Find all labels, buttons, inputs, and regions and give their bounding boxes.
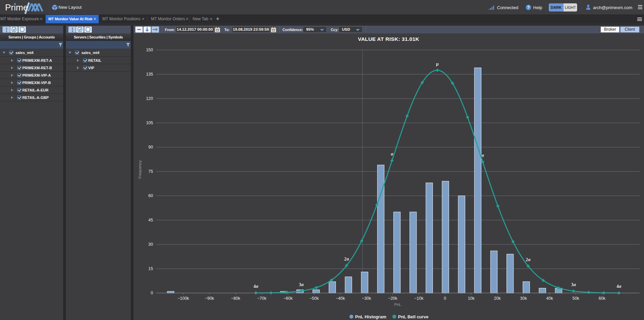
svg-text:0: 0: [151, 291, 153, 295]
svg-text:75: 75: [148, 169, 153, 174]
svg-text:−40k: −40k: [336, 296, 345, 301]
svg-text:µ: µ: [436, 61, 439, 66]
svg-text:105: 105: [146, 121, 153, 125]
svg-text:135: 135: [146, 72, 153, 77]
svg-text:Frequency: Frequency: [138, 160, 142, 179]
svg-text:3σ: 3σ: [299, 282, 304, 287]
svg-text:50k: 50k: [572, 296, 579, 301]
svg-text:VALUE AT RISK: 31.01K: VALUE AT RISK: 31.01K: [358, 36, 419, 42]
svg-text:−10k: −10k: [414, 296, 424, 301]
svg-text:15: 15: [148, 266, 153, 271]
svg-text:2σ: 2σ: [344, 257, 349, 262]
svg-text:60k: 60k: [599, 296, 606, 301]
svg-text:PnL Histogram: PnL Histogram: [355, 314, 386, 319]
svg-text:−90k: −90k: [205, 296, 214, 301]
svg-text:3σ: 3σ: [571, 282, 576, 287]
svg-text:30: 30: [148, 242, 153, 247]
svg-text:2σ: 2σ: [526, 257, 531, 262]
svg-text:0: 0: [444, 296, 446, 301]
svg-text:4σ: 4σ: [616, 284, 621, 289]
svg-text:σ: σ: [481, 153, 484, 158]
svg-text:20k: 20k: [494, 296, 501, 301]
svg-text:−50k: −50k: [309, 296, 319, 301]
svg-text:40k: 40k: [546, 296, 553, 301]
svg-text:−30k: −30k: [362, 296, 371, 301]
svg-text:−70k: −70k: [257, 296, 267, 301]
svg-text:45: 45: [148, 218, 153, 222]
svg-text:4σ: 4σ: [253, 284, 258, 289]
svg-text:−100k: −100k: [177, 296, 189, 301]
svg-text:Prime: Prime: [5, 2, 28, 12]
svg-text:PnL: PnL: [394, 302, 401, 306]
svg-text:90: 90: [148, 145, 153, 150]
svg-text:120: 120: [146, 96, 153, 101]
svg-text:30k: 30k: [520, 296, 527, 301]
svg-text:150: 150: [146, 48, 153, 52]
svg-text:−80k: −80k: [231, 296, 241, 301]
svg-text:−60k: −60k: [283, 296, 293, 301]
svg-text:10k: 10k: [468, 296, 475, 301]
svg-text:PnL Bell curve: PnL Bell curve: [398, 314, 428, 319]
svg-text:60: 60: [148, 193, 153, 198]
svg-text:σ: σ: [391, 152, 393, 157]
svg-text:−20k: −20k: [388, 296, 397, 301]
